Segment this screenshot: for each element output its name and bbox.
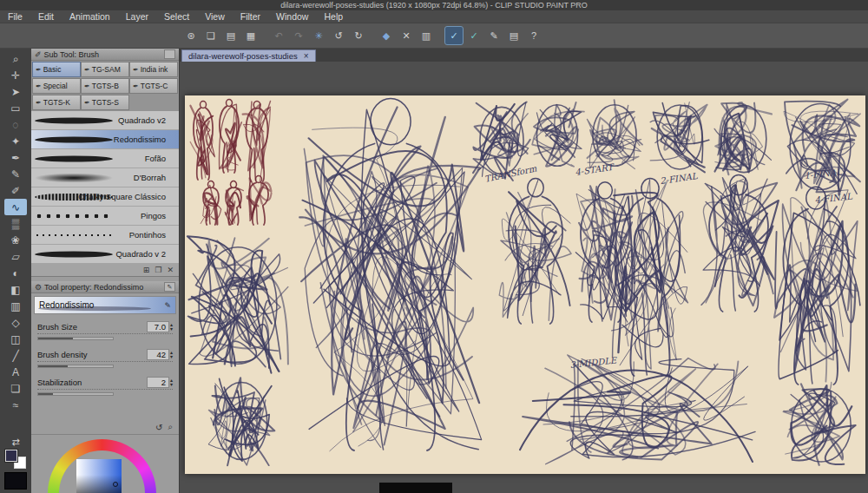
brush-item-chalky-square[interactable]: Chalky Square Clássico [31, 187, 179, 207]
color-picker-dot[interactable] [113, 482, 118, 487]
menu-item-select[interactable]: Select [156, 11, 197, 22]
brush-item-pingos[interactable]: Pingos [31, 207, 179, 226]
decoration-tool-button[interactable]: ❀ [4, 232, 27, 248]
lasso-tool-button[interactable]: ◌ [4, 116, 27, 133]
brush-tool-button[interactable]: ∿ [4, 199, 27, 215]
menu-item-help[interactable]: Help [316, 11, 351, 22]
correction-line-tool-button[interactable]: ≈ [4, 397, 27, 413]
menu-item-layer[interactable]: Layer [118, 11, 156, 22]
brush-item-pontinhos[interactable]: Pontinhos [31, 226, 179, 245]
sub-tool-panel-header[interactable]: ✐ Sub Tool: Brush [31, 49, 179, 61]
snap-special-ruler-icon[interactable]: ✓ [465, 27, 483, 44]
stepper: ▴▾ [170, 378, 173, 387]
menu-item-animation[interactable]: Animation [62, 11, 118, 22]
group-tab-tg-sam[interactable]: ✒TG-SAM [81, 62, 129, 77]
marker-tool-button[interactable]: ✐ [4, 182, 27, 199]
clear-icon[interactable]: ✕ [398, 27, 415, 44]
property-sliders: Brush Size 7.0 ▴▾ Brush density 42 ▴▾ [31, 317, 179, 396]
current-brush-bar[interactable]: Redondissimo ✎ [34, 296, 176, 314]
start-page-icon[interactable]: ✳ [310, 27, 327, 44]
figure-tool-button[interactable]: ◇ [4, 314, 27, 331]
swap-colors-icon[interactable]: ⇄ [11, 437, 19, 446]
slider-track[interactable] [37, 392, 114, 396]
add-sub-tool-icon[interactable]: ⊞ [143, 266, 150, 274]
stepper-down-icon[interactable]: ▾ [170, 383, 173, 387]
main-color-swatch[interactable] [5, 450, 17, 462]
brush-size-slider[interactable]: Brush Size 7.0 ▴▾ [37, 321, 173, 340]
open-file-icon[interactable]: ▤ [222, 27, 240, 44]
menu-item-window[interactable]: Window [268, 11, 316, 22]
group-tab-tgts-s[interactable]: ✒TGTS-S [81, 95, 129, 110]
brush-item-quadrado-v2[interactable]: Quadrado v2 [31, 111, 179, 130]
magnifier-tool-button[interactable]: ⌕ [4, 50, 27, 67]
save-icon[interactable]: ▦ [242, 27, 260, 44]
auto-select-tool-button[interactable]: ✦ [4, 133, 27, 149]
blend-tool-button[interactable]: ◐ [4, 265, 27, 281]
group-tab-tgts-k[interactable]: ✒TGTS-K [32, 95, 81, 110]
ruler-tool-button[interactable]: ╱ [4, 347, 27, 364]
edit-settings-icon[interactable]: ✎ [164, 282, 175, 292]
canvas-art[interactable]: TRANSform4-START2-FINAL1-FINAL4-FINAL3-M… [185, 95, 865, 474]
fill-tool-button[interactable]: ◧ [4, 281, 27, 298]
group-tab-basic[interactable]: ✒Basic [32, 62, 81, 77]
menu-item-view[interactable]: View [197, 11, 233, 22]
new-canvas-icon[interactable]: ❏ [202, 27, 220, 44]
stepper-down-icon[interactable]: ▾ [170, 327, 173, 332]
airbrush-tool-button[interactable]: ▒ [4, 215, 27, 232]
pen-tool-button[interactable]: ✒ [4, 149, 27, 166]
layout-panels-icon[interactable]: ▥ [418, 27, 435, 44]
panel-menu-icon[interactable] [164, 49, 175, 59]
stabilization-value[interactable]: 2 [147, 377, 169, 388]
group-tab-tgts-c[interactable]: ✒TGTS-C [129, 78, 178, 94]
show-detail-icon[interactable]: ⌕ [168, 422, 173, 432]
group-tab-tgts-b[interactable]: ✒TGTS-B [81, 78, 129, 94]
close-icon[interactable]: × [304, 52, 309, 61]
pen-pressure-icon[interactable]: ✎ [485, 27, 503, 44]
undo-icon[interactable]: ↶ [270, 27, 287, 44]
lock-edit-icon[interactable]: ✎ [164, 301, 171, 310]
text-tool-button[interactable]: A [4, 364, 27, 380]
bottom-right-study-sketch [783, 382, 856, 465]
brush-item-quadrado-v-2[interactable]: Quadrado v 2 [31, 245, 179, 264]
menu-item-file[interactable]: File [0, 11, 30, 22]
menu-item-edit[interactable]: Edit [30, 11, 62, 22]
material-panel-icon[interactable]: ▤ [505, 27, 523, 44]
brush-density-slider[interactable]: Brush density 42 ▴▾ [37, 349, 173, 368]
snap-ruler-icon[interactable]: ✓ [445, 27, 463, 44]
brush-size-value[interactable]: 7.0 [147, 321, 169, 332]
tool-property-header[interactable]: ⚙ Tool property: Redondissimo ✎ [31, 281, 179, 293]
help-icon[interactable]: ? [525, 27, 542, 44]
operation-tool-button[interactable]: ➤ [4, 83, 27, 100]
stepper-down-icon[interactable]: ▾ [170, 355, 173, 359]
rotate-right-icon[interactable]: ↻ [350, 27, 367, 44]
stabilization-slider[interactable]: Stabilization 2 ▴▾ [37, 377, 173, 396]
delete-sub-tool-icon[interactable]: ✕ [167, 266, 174, 274]
clip-studio-icon[interactable]: ⊛ [182, 27, 200, 44]
reset-settings-icon[interactable]: ↺ [155, 423, 162, 432]
brush-density-value[interactable]: 42 [147, 349, 169, 360]
brush-item-fofao[interactable]: Fofão [31, 149, 179, 168]
menu-item-filter[interactable]: Filter [233, 11, 268, 22]
move-tool-button[interactable]: ✛ [4, 67, 27, 83]
marquee-tool-button[interactable]: ▭ [4, 100, 27, 116]
brush-item-dborrah[interactable]: D'Borrah [31, 168, 179, 187]
duplicate-sub-tool-icon[interactable]: ❐ [155, 266, 161, 274]
slider-track[interactable] [37, 337, 114, 340]
rotate-left-icon[interactable]: ↺ [330, 27, 347, 44]
canvas-paper[interactable]: TRANSform4-START2-FINAL1-FINAL4-FINAL3-M… [185, 95, 865, 474]
balloon-tool-button[interactable]: ❏ [4, 380, 27, 397]
frame-border-tool-button[interactable]: ◫ [4, 331, 27, 347]
slider-track[interactable] [37, 365, 114, 368]
redo-icon[interactable]: ↷ [290, 27, 307, 44]
color-profile-icon[interactable]: ◆ [378, 27, 395, 44]
group-tab-special[interactable]: ✒Special [32, 78, 81, 94]
orc-figure-1-sketch [499, 179, 571, 324]
eraser-tool-button[interactable]: ▱ [4, 248, 27, 265]
transparent-color-swatch[interactable] [4, 472, 27, 490]
saturation-value-square[interactable] [76, 459, 122, 493]
brush-item-redondissimo[interactable]: Redondissimo [31, 130, 179, 149]
group-tab-india-ink[interactable]: ✒India ink [129, 62, 178, 77]
document-tab[interactable]: dilara-werewolf-poses-studies × [181, 49, 316, 62]
pencil-tool-button[interactable]: ✎ [4, 166, 27, 182]
gradient-tool-button[interactable]: ▥ [4, 298, 27, 314]
